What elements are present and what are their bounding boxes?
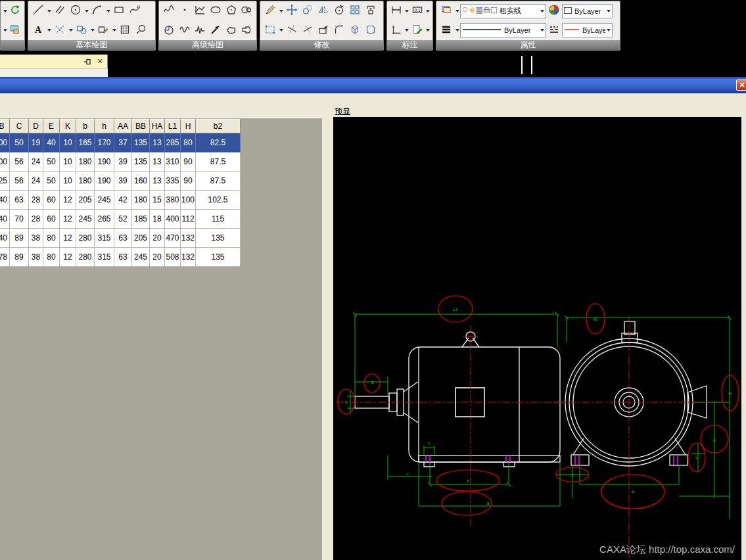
table-cell[interactable]: 37 (114, 133, 132, 152)
table-row[interactable]: 78893880122803156324520508132135 (0, 248, 241, 267)
table-cell[interactable]: 60 (43, 191, 60, 210)
table-cell[interactable]: 285 (165, 133, 181, 152)
arc-button[interactable] (89, 3, 105, 19)
table-cell[interactable]: 12 (60, 229, 76, 248)
column-header[interactable]: E (43, 120, 60, 133)
table-cell[interactable]: 38 (29, 248, 43, 267)
color-combo[interactable]: ByLayer (562, 4, 613, 18)
corner-button[interactable] (331, 22, 347, 38)
table-cell[interactable]: 63 (10, 191, 29, 210)
dropdown-caret-icon[interactable] (46, 3, 52, 19)
curve-button[interactable] (161, 3, 177, 19)
table-cell[interactable]: 50 (43, 152, 60, 172)
column-header[interactable]: b (76, 120, 95, 133)
table-cell[interactable]: 90 (181, 152, 196, 172)
table-cell[interactable]: 20 (150, 229, 165, 248)
layer-combo[interactable]: 粗实线 (460, 4, 546, 18)
table-cell[interactable]: 90 (181, 172, 196, 191)
dropdown-caret-icon[interactable] (278, 22, 284, 38)
table-cell[interactable]: 265 (95, 210, 114, 229)
lineweight-combo[interactable]: ByLayer (460, 23, 546, 37)
table-cell[interactable]: 10 (60, 133, 76, 152)
blob-button[interactable] (223, 22, 239, 38)
grid-hatch-button[interactable] (117, 22, 133, 38)
dropdown-caret-icon[interactable] (278, 3, 284, 19)
table-cell[interactable]: 78 (0, 248, 10, 267)
table-cell[interactable]: 135 (132, 152, 150, 172)
sphere-button[interactable] (161, 22, 177, 38)
table-cell[interactable]: 508 (165, 248, 181, 267)
hatch-x-button[interactable] (52, 22, 68, 38)
extend-button[interactable] (300, 22, 315, 38)
section-symbol-button[interactable] (133, 22, 149, 38)
table-cell[interactable]: 89 (10, 229, 29, 248)
dim-linear-button[interactable] (389, 3, 404, 19)
dropdown-caret-icon[interactable] (89, 22, 95, 38)
table-cell[interactable]: 28 (29, 191, 43, 210)
table-cell[interactable]: 380 (165, 191, 181, 210)
table-cell[interactable]: 100 (181, 191, 196, 210)
linetype-combo[interactable]: ByLaye (562, 23, 613, 37)
rectangle-button[interactable] (111, 3, 127, 19)
linetype-button[interactable] (546, 22, 562, 38)
table-cell[interactable]: 40 (43, 133, 60, 152)
dropdown-caret-icon[interactable] (404, 3, 410, 19)
circle-center-button[interactable] (68, 3, 83, 19)
table-cell[interactable]: 24 (29, 172, 43, 191)
table-cell[interactable]: 24 (29, 152, 43, 172)
dropdown-caret-icon[interactable] (454, 3, 460, 19)
table-cell[interactable]: 280 (76, 229, 95, 248)
shaft-part-button[interactable] (239, 22, 254, 38)
lineweight-button[interactable] (438, 22, 454, 38)
wave-button[interactable] (177, 22, 193, 38)
dropdown-caret-icon[interactable] (605, 10, 611, 12)
layers-button[interactable] (438, 3, 454, 19)
table-cell[interactable]: 190 (95, 152, 114, 172)
table-row[interactable]: 005624501018019039135133109087.5 (0, 152, 241, 172)
table-cell[interactable]: 135 (196, 248, 241, 267)
table-row[interactable]: 40893880122803156320520470132135 (0, 229, 241, 248)
ellipse-button[interactable] (208, 3, 223, 19)
dropdown-caret-icon[interactable] (539, 10, 545, 12)
table-cell[interactable]: 89 (10, 248, 29, 267)
dropdown-caret-icon[interactable] (83, 3, 89, 19)
parallel-button[interactable] (52, 3, 68, 19)
column-header[interactable]: h (95, 120, 114, 133)
table-cell[interactable]: 56 (10, 152, 29, 172)
table-cell[interactable]: 19 (29, 133, 43, 152)
hole-axis-button[interactable] (95, 22, 111, 38)
table-cell[interactable]: 80 (43, 229, 60, 248)
table-cell[interactable]: 40 (0, 191, 10, 210)
select-rect-button[interactable] (262, 22, 278, 38)
box3d-button[interactable] (347, 22, 363, 38)
table-cell[interactable]: 315 (95, 248, 114, 267)
table-cell[interactable]: 12 (60, 191, 76, 210)
image-hand-button[interactable] (8, 22, 22, 38)
table-cell[interactable]: 60 (43, 210, 60, 229)
table-cell[interactable]: 25 (0, 172, 10, 191)
table-cell[interactable]: 38 (29, 229, 43, 248)
table-cell[interactable]: 50 (43, 172, 60, 191)
table-cell[interactable]: 205 (132, 229, 150, 248)
dim-tolerance-button[interactable]: 0.1 (410, 3, 425, 19)
column-header[interactable]: K (60, 120, 76, 133)
table-cell[interactable]: 80 (43, 248, 60, 267)
column-header[interactable]: L1 (165, 120, 181, 133)
table-cell[interactable]: 280 (76, 248, 95, 267)
table-cell[interactable]: 112 (181, 210, 196, 229)
dropdown-caret-icon[interactable] (605, 29, 611, 32)
table-cell[interactable]: 315 (95, 229, 114, 248)
table-cell[interactable]: 18 (150, 210, 165, 229)
dropdown-caret-icon[interactable] (454, 22, 460, 38)
table-cell[interactable]: 00 (0, 133, 10, 152)
table-cell[interactable]: 10 (60, 172, 76, 191)
table-cell[interactable]: 56 (10, 172, 29, 191)
column-header[interactable]: H (181, 120, 196, 133)
table-cell[interactable]: 135 (132, 133, 150, 152)
table-cell[interactable]: 39 (114, 172, 132, 191)
table-cell[interactable]: 180 (76, 172, 95, 191)
mirror-button[interactable] (315, 3, 331, 19)
trim-button[interactable] (284, 22, 300, 38)
table-cell[interactable]: 245 (95, 191, 114, 210)
table-cell[interactable]: 160 (132, 172, 150, 191)
